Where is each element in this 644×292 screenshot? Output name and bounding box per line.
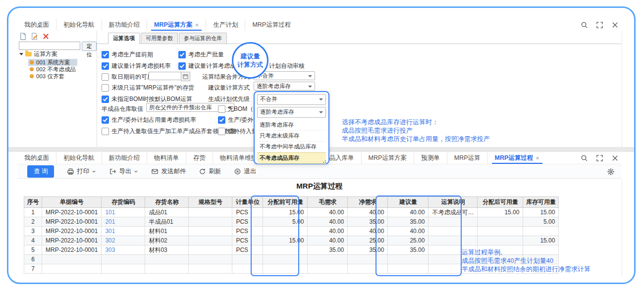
send-mail-button[interactable]: 发送邮件	[151, 167, 186, 176]
tab-item[interactable]: MRP运算	[447, 152, 487, 164]
checkbox[interactable]	[178, 62, 186, 70]
search-icon[interactable]	[581, 154, 588, 162]
subtab-item[interactable]: 运算选项	[108, 33, 140, 44]
bullet-icon	[30, 60, 34, 64]
search-icon[interactable]	[581, 21, 588, 29]
table-row[interactable]: 2MRP-2022-10-0001201半成品01PCS5.0040.0035.…	[24, 217, 559, 227]
item-code-link[interactable]: 201	[102, 217, 145, 227]
tab-close-icon[interactable]: ×	[536, 154, 539, 162]
tab-item[interactable]: MRP运算过程×	[487, 152, 546, 164]
option-plan-occupy-loss[interactable]: 生产/委外计划占用量考虑损耗率	[102, 116, 196, 124]
suggest-mode-select[interactable]: 逐阶考虑库存	[254, 82, 315, 91]
checkbox[interactable]	[218, 128, 225, 135]
tab-item[interactable]: 存货	[186, 152, 213, 164]
popup-option[interactable]: 逐阶考虑库存	[257, 120, 326, 131]
new-doc-icon[interactable]	[19, 33, 27, 40]
table-cell	[429, 236, 478, 245]
tab-close-icon[interactable]: ×	[195, 21, 199, 29]
table-cell	[263, 245, 308, 255]
tab-item[interactable]: 初始化导航	[56, 19, 102, 31]
popup-option[interactable]: 不考虑成品库存	[257, 152, 326, 164]
item-code-link[interactable]: 101	[102, 208, 145, 217]
edit-doc-icon[interactable]	[31, 33, 38, 40]
gear-icon[interactable]	[607, 168, 615, 176]
popup-option[interactable]: 不考虑中间半成品库存	[257, 142, 326, 152]
tab-item[interactable]: MRP运算方案	[361, 152, 414, 164]
tree-item[interactable]: 003 仅齐套	[28, 73, 77, 80]
checkbox[interactable]	[102, 128, 109, 135]
option-last-level-only[interactable]: 末级只运算"MRP运算件"的存货	[102, 84, 194, 92]
tab-item[interactable]: 物料清单	[147, 152, 186, 164]
checkbox[interactable]	[102, 51, 109, 58]
item-code-link[interactable]: 302	[102, 236, 145, 245]
subtab-item[interactable]: 可用量参数	[141, 33, 178, 44]
checkbox[interactable]	[102, 62, 109, 70]
checkbox[interactable]	[102, 84, 109, 92]
table-cell: 40.00	[388, 227, 429, 236]
table-row[interactable]: 4MRP-2022-10-0001302材料02PCS15.0040.0025.…	[24, 236, 559, 245]
scheme-search-input[interactable]	[19, 42, 80, 50]
tab-item[interactable]: 预测单	[414, 152, 447, 164]
item-code-link[interactable]: 303	[102, 245, 145, 255]
checkbox[interactable]	[218, 116, 225, 124]
close-icon[interactable]	[611, 154, 619, 162]
export-button[interactable]: 导出	[109, 167, 138, 176]
option-lead-time[interactable]: 考虑生产提前期	[102, 50, 153, 59]
checkbox[interactable]	[178, 51, 186, 58]
tab-item[interactable]: 初始化导航	[56, 152, 102, 164]
table-row[interactable]: 1MRP-2022-10-0001101成品01PCS15.0040.0040.…	[24, 208, 559, 217]
tab-label: MRP运算过程	[252, 21, 291, 29]
column-header: 规格型号	[189, 197, 232, 208]
tab-item[interactable]: 我的桌面	[17, 19, 56, 31]
tree-item[interactable]: 001 系统方案	[28, 59, 77, 66]
tab-item[interactable]: MRP运算方案×	[147, 19, 206, 31]
tree-root[interactable]: 运算方案	[19, 50, 77, 58]
table-cell: 40.00	[308, 227, 348, 236]
option-pending-in-qty[interactable]: 生产待入量取值生产加工单产成品齐套领料数量	[102, 127, 236, 136]
tab-item[interactable]: 生产计划	[206, 19, 245, 31]
table-row[interactable]: 3MRP-2022-10-0001301材料01PCS40.0040.0040.…	[24, 227, 559, 236]
exit-button[interactable]: 退出	[234, 167, 256, 176]
subtab-item[interactable]: 参与运算的仓库	[179, 33, 227, 44]
popup-suggest-select[interactable]: 逐阶考虑库存	[257, 107, 326, 118]
tab-item[interactable]: MRP运算过程	[245, 19, 298, 31]
column-header: 毛需求	[308, 197, 348, 208]
popup-merge-select[interactable]: 不合并	[257, 94, 326, 105]
tab-item[interactable]: 新功能介绍	[102, 152, 147, 164]
option-batch[interactable]: 考虑生产批量	[178, 50, 224, 59]
tab-item[interactable]: 新功能介绍	[102, 19, 147, 31]
delete-icon[interactable]	[42, 33, 50, 40]
note-line: 运算过程举例,	[462, 248, 590, 256]
resize-handle-icon[interactable]	[325, 160, 326, 161]
query-button[interactable]: 查 询	[27, 165, 54, 178]
close-icon[interactable]	[611, 21, 619, 29]
checkbox[interactable]	[102, 116, 109, 124]
item-code-link[interactable]: 301	[102, 227, 145, 236]
tab-label: MRP运算过程	[495, 154, 534, 162]
table-cell	[388, 255, 429, 264]
tab-label: 新功能介绍	[109, 154, 140, 162]
panel1-tabs: 我的桌面初始化导航新功能介绍MRP运算方案×生产计划MRP运算过程	[17, 19, 581, 31]
expand-triangle-icon[interactable]	[19, 53, 23, 55]
print-button[interactable]: 打印	[67, 167, 96, 176]
date-field[interactable]	[149, 72, 181, 80]
fullscreen-icon[interactable]	[596, 154, 603, 162]
checkbox[interactable]	[218, 105, 225, 113]
fullscreen-icon[interactable]	[596, 21, 603, 29]
option-loss-rate[interactable]: 建议量计算考虑损耗率	[102, 62, 171, 70]
tree-toolbar	[19, 32, 50, 41]
checkbox[interactable]	[102, 73, 109, 81]
column-header: 计量单位	[232, 197, 263, 208]
table-cell	[232, 264, 263, 274]
chevron-down-icon	[134, 169, 138, 174]
calendar-icon[interactable]	[181, 72, 190, 81]
note-line: 成品按照毛需求40产生计划量40	[462, 256, 590, 265]
locate-button[interactable]: 定位	[82, 42, 97, 51]
tree-item[interactable]: 002 不考虑成品	[28, 66, 77, 73]
column-header: 建议量	[388, 197, 429, 208]
option-default-bom[interactable]: 未指定BOM时按默认BOM运算	[102, 95, 192, 103]
tab-item[interactable]: 我的桌面	[17, 152, 56, 164]
checkbox[interactable]	[102, 96, 109, 103]
popup-option[interactable]: 只考虑末级库存	[257, 131, 326, 142]
refresh-button[interactable]: 刷新	[199, 167, 221, 176]
